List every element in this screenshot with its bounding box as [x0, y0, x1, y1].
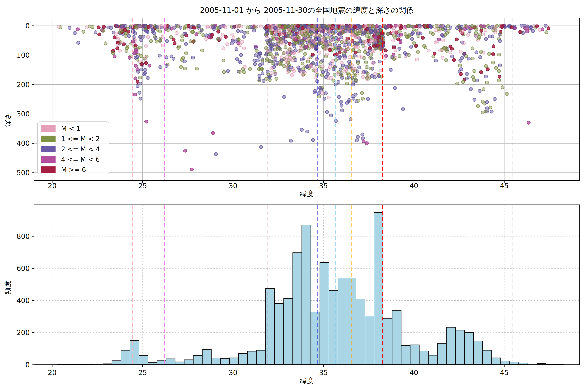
scatter-point — [410, 45, 413, 48]
scatter-point — [526, 25, 529, 28]
histogram-bar — [220, 359, 229, 365]
figure-canvas: 2025303540450100200300400500202530354045… — [0, 0, 588, 392]
scatter-point — [331, 59, 334, 62]
scatter-point — [473, 98, 476, 102]
scatter-point — [322, 24, 325, 28]
scatter-point — [134, 77, 137, 80]
scatter-point — [213, 25, 216, 28]
histogram-bar — [274, 304, 284, 365]
scatter-point — [462, 80, 465, 84]
scatter-point — [403, 52, 406, 55]
scatter-point — [269, 38, 272, 41]
scatter-point — [183, 60, 186, 63]
scatter-point — [124, 28, 127, 32]
y-tick-label: 400 — [17, 296, 30, 304]
scatter-point — [300, 128, 304, 132]
scatter-point — [136, 80, 139, 84]
scatter-point — [443, 26, 446, 30]
scatter-point — [411, 25, 414, 28]
scatter-point — [358, 50, 361, 53]
scatter-point — [489, 106, 492, 109]
scatter-point — [212, 131, 215, 134]
scatter-point — [380, 32, 384, 35]
legend-swatch-purple — [41, 146, 56, 152]
scatter-point — [127, 34, 130, 38]
scatter-point — [120, 25, 124, 28]
scatter-point — [429, 31, 432, 34]
scatter-point — [398, 47, 401, 50]
scatter-point — [224, 35, 227, 38]
histogram-bar — [365, 316, 374, 365]
scatter-point — [471, 47, 474, 50]
scatter-point — [125, 49, 128, 52]
scatter-point — [138, 91, 141, 94]
scatter-point — [396, 38, 400, 41]
scatter-point — [276, 61, 279, 64]
scatter-point — [306, 34, 310, 38]
scatter-point — [304, 52, 307, 56]
scatter-point — [449, 45, 452, 48]
scatter-point — [259, 146, 263, 149]
scatter-point — [116, 44, 120, 47]
scatter-point — [503, 25, 506, 28]
scatter-point — [146, 36, 150, 39]
scatter-point — [399, 40, 402, 44]
scatter-point — [331, 62, 334, 66]
scatter-point — [140, 54, 143, 58]
histogram-bar — [483, 350, 492, 365]
scatter-point — [347, 47, 350, 50]
scatter-point — [183, 26, 186, 29]
scatter-point — [365, 142, 368, 145]
scatter-point — [320, 59, 324, 62]
scatter-point — [386, 25, 390, 28]
scatter-point — [226, 43, 229, 46]
scatter-point — [301, 26, 304, 30]
scatter-point — [259, 68, 262, 71]
x-tick-label: 20 — [48, 182, 56, 190]
histogram-bar — [320, 262, 329, 365]
scatter-point — [145, 120, 148, 123]
scatter-point — [370, 38, 373, 41]
scatter-point — [501, 86, 504, 89]
scatter-point — [465, 72, 468, 76]
scatter-point — [354, 26, 357, 29]
scatter-point — [76, 41, 80, 44]
scatter-point — [491, 25, 494, 28]
x-tick-label: 45 — [500, 182, 508, 190]
scatter-point — [114, 32, 118, 35]
histogram-bar — [347, 278, 356, 365]
scatter-point — [301, 62, 304, 65]
scatter-point — [333, 73, 336, 76]
scatter-point — [360, 56, 364, 59]
scatter-point — [230, 42, 234, 45]
scatter-point — [415, 25, 418, 28]
scatter-point — [258, 52, 262, 55]
scatter-point — [320, 30, 324, 33]
y-tick-label: 0 — [25, 22, 30, 30]
scatter-point — [545, 30, 548, 34]
scatter-point — [362, 44, 365, 48]
y-tick-label: 200 — [17, 81, 30, 89]
scatter-point — [238, 70, 241, 74]
histogram-bar — [166, 359, 175, 365]
scatter-point — [444, 46, 447, 49]
scatter-point — [155, 40, 158, 43]
scatter-point — [180, 65, 183, 68]
histogram-bar — [293, 253, 302, 365]
scatter-point — [536, 25, 539, 28]
scatter-point — [292, 32, 295, 36]
scatter-point — [254, 26, 257, 29]
scatter-point — [354, 74, 357, 77]
scatter-point — [460, 56, 464, 60]
legend-label-pink: M < 1 — [61, 125, 80, 132]
histogram-bar — [139, 356, 148, 365]
histogram-bar — [230, 358, 238, 365]
histogram-bar — [130, 340, 139, 365]
scatter-point — [356, 36, 360, 39]
scatter-point — [128, 56, 131, 60]
scatter-point — [340, 48, 344, 51]
scatter-point — [264, 33, 268, 36]
scatter-point — [476, 104, 480, 108]
scatter-point — [289, 139, 292, 142]
scatter-point — [144, 24, 147, 28]
